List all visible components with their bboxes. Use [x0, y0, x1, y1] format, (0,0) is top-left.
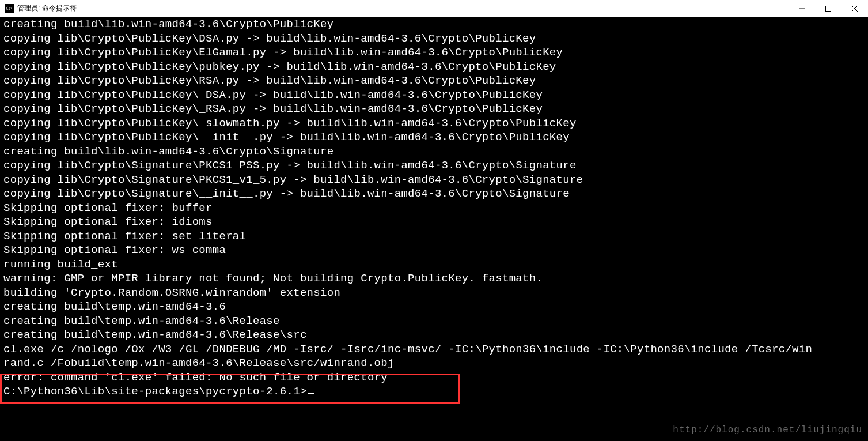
window-controls	[789, 0, 868, 17]
titlebar: C:\ 管理员: 命令提示符	[0, 0, 868, 17]
terminal-line: copying lib\Crypto\PublicKey\_slowmath.p…	[3, 116, 865, 131]
window-title: 管理员: 命令提示符	[17, 3, 77, 13]
terminal-line: creating build\temp.win-amd64-3.6\Releas…	[3, 314, 865, 329]
terminal-line: copying lib\Crypto\Signature\PKCS1_PSS.p…	[3, 159, 865, 173]
svg-rect-0	[826, 6, 831, 11]
terminal-line: creating build\lib.win-amd64-3.6\Crypto\…	[3, 17, 865, 32]
terminal-line: warning: GMP or MPIR library not found; …	[3, 272, 865, 286]
terminal-line: copying lib\Crypto\PublicKey\ElGamal.py …	[3, 46, 865, 60]
cursor	[308, 393, 314, 394]
terminal-line: building 'Crypto.Random.OSRNG.winrandom'…	[3, 286, 865, 300]
terminal-line: error: command 'cl.exe' failed: No such …	[3, 371, 865, 385]
close-button[interactable]	[842, 0, 868, 17]
terminal-line: Skipping optional fixer: idioms	[3, 215, 865, 229]
terminal-line: copying lib\Crypto\PublicKey\DSA.py -> b…	[3, 32, 865, 46]
terminal-line: copying lib\Crypto\Signature\PKCS1_v1_5.…	[3, 173, 865, 187]
terminal-line: copying lib\Crypto\PublicKey\RSA.py -> b…	[3, 74, 865, 88]
terminal-line: rand.c /Fobuild\temp.win-amd64-3.6\Relea…	[3, 356, 865, 371]
terminal-line: creating build\lib.win-amd64-3.6\Crypto\…	[3, 145, 865, 159]
maximize-button[interactable]	[815, 0, 842, 17]
terminal-line: running build_ext	[3, 258, 865, 272]
terminal-line: Skipping optional fixer: set_literal	[3, 229, 865, 244]
terminal-line: cl.exe /c /nologo /Ox /W3 /GL /DNDEBUG /…	[3, 342, 865, 357]
terminal-line: C:\Python36\Lib\site-packages\pycrypto-2…	[3, 385, 865, 399]
terminal-line: copying lib\Crypto\PublicKey\pubkey.py -…	[3, 60, 865, 74]
terminal-line: creating build\temp.win-amd64-3.6	[3, 300, 865, 314]
terminal-output[interactable]: creating build\lib.win-amd64-3.6\Crypto\…	[0, 17, 868, 441]
minimize-button[interactable]	[789, 0, 815, 17]
terminal-line: copying lib\Crypto\PublicKey\__init__.py…	[3, 130, 865, 145]
terminal-line: copying lib\Crypto\Signature\__init__.py…	[3, 187, 865, 201]
terminal-line: creating build\temp.win-amd64-3.6\Releas…	[3, 328, 865, 342]
terminal-line: copying lib\Crypto\PublicKey\_RSA.py -> …	[3, 102, 865, 116]
terminal-line: copying lib\Crypto\PublicKey\_DSA.py -> …	[3, 88, 865, 103]
terminal-line: Skipping optional fixer: buffer	[3, 201, 865, 216]
cmd-icon: C:\	[5, 4, 14, 13]
terminal-line: Skipping optional fixer: ws_comma	[3, 243, 865, 258]
